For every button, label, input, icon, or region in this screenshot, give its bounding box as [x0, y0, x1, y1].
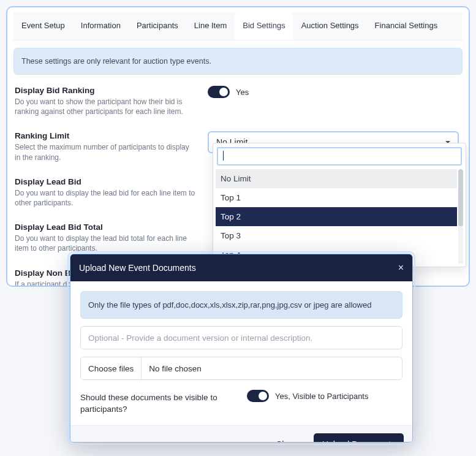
- setting-title: Ranking Limit: [15, 131, 195, 140]
- auction-only-banner: These settings are only relevant for auc…: [13, 48, 463, 75]
- setting-display-bid-ranking: Display Bid Ranking Do you want to show …: [15, 86, 461, 116]
- file-status-label: No file chosen: [142, 357, 209, 379]
- dropdown-search-input[interactable]: [217, 147, 462, 165]
- dropdown-option-top-1[interactable]: Top 1: [216, 188, 457, 207]
- toggle-track: [247, 390, 269, 402]
- tab-auction-settings[interactable]: Auction Settings: [293, 12, 367, 40]
- dropdown-scrollbar[interactable]: [458, 169, 463, 264]
- toggle-label: Yes, Visible to Participants: [275, 392, 368, 401]
- setting-title: Display Lead Bid Total: [15, 222, 195, 232]
- dropdown-list: No Limit Top 1 Top 2 Top 3 Top 4: [216, 169, 457, 264]
- modal-footer: Close Upload Documents: [70, 425, 412, 443]
- ranking-limit-dropdown: No Limit Top 1 Top 2 Top 3 Top 4: [213, 143, 466, 267]
- upload-documents-button[interactable]: Upload Documents: [314, 433, 404, 443]
- toggle-track: [208, 86, 230, 98]
- setting-desc: Do you want to display the lead bid for …: [15, 188, 195, 208]
- toggle-label: Yes: [236, 88, 249, 97]
- tab-event-setup[interactable]: Event Setup: [13, 12, 73, 40]
- bid-settings-card: Event Setup Information Participants Lin…: [6, 6, 470, 287]
- toggle-thumb: [219, 88, 228, 96]
- setting-title: Display Lead Bid: [15, 177, 195, 186]
- dropdown-option-no-limit[interactable]: No Limit: [216, 169, 457, 188]
- tab-information[interactable]: Information: [73, 12, 129, 40]
- setting-title: Display Bid Ranking: [15, 86, 195, 95]
- choose-files-button[interactable]: Choose files: [81, 357, 142, 379]
- tab-bid-settings[interactable]: Bid Settings: [235, 12, 293, 40]
- visibility-question: Should these documents be visible to par…: [80, 390, 233, 416]
- tab-line-item[interactable]: Line Item: [186, 12, 235, 40]
- setting-desc: Do you want to show the participant how …: [15, 97, 195, 116]
- visibility-toggle[interactable]: Yes, Visible to Participants: [247, 390, 368, 402]
- upload-documents-modal: Upload New Event Documents × Only the fi…: [70, 254, 413, 443]
- setting-desc: Select the maximum number of participant…: [15, 142, 195, 162]
- tab-financial-settings[interactable]: Financial Settings: [367, 12, 446, 40]
- text-caret-icon: [223, 151, 224, 161]
- modal-title: Upload New Event Documents: [79, 263, 196, 273]
- display-bid-ranking-toggle[interactable]: Yes: [208, 86, 249, 98]
- toggle-thumb: [259, 392, 267, 400]
- tab-participants[interactable]: Participants: [129, 12, 186, 40]
- modal-header: Upload New Event Documents ×: [70, 254, 412, 281]
- dropdown-option-top-3[interactable]: Top 3: [216, 226, 457, 245]
- file-chooser: Choose files No file chosen: [80, 357, 402, 380]
- document-description-input[interactable]: [80, 326, 402, 349]
- dropdown-option-top-2[interactable]: Top 2: [216, 207, 457, 226]
- allowed-file-types-banner: Only the file types of pdf,doc,docx,xls,…: [80, 291, 402, 319]
- close-icon[interactable]: ×: [398, 263, 404, 273]
- settings-tabs: Event Setup Information Participants Lin…: [13, 12, 463, 40]
- setting-desc: Do you want to display the lead bid tota…: [15, 234, 195, 253]
- scrollbar-thumb[interactable]: [458, 169, 463, 226]
- close-button[interactable]: Close: [267, 433, 306, 443]
